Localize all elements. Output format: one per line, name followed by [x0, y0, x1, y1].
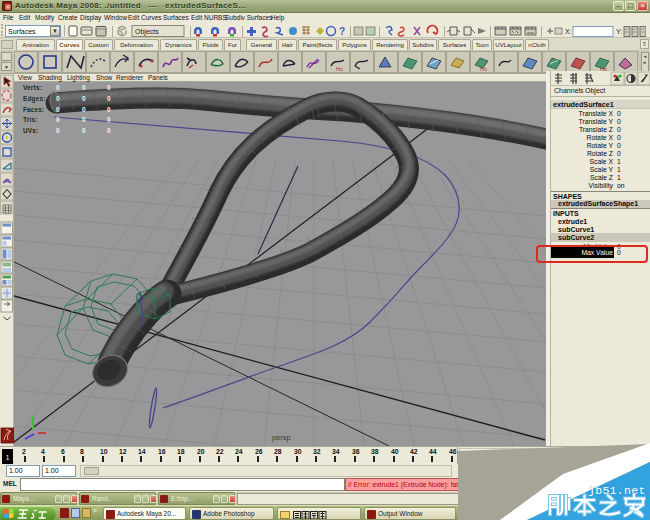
svg-text:Objects: Objects [135, 28, 159, 36]
svg-text:Y:: Y: [616, 28, 622, 35]
svg-text:?: ? [339, 26, 345, 37]
svg-text:Hic: Hic [336, 66, 344, 72]
svg-text:X:: X: [565, 28, 572, 35]
svg-text:Hic: Hic [480, 66, 488, 72]
svg-text:jb51.net: jb51.net [588, 484, 646, 497]
svg-text:persp: persp [272, 433, 291, 442]
